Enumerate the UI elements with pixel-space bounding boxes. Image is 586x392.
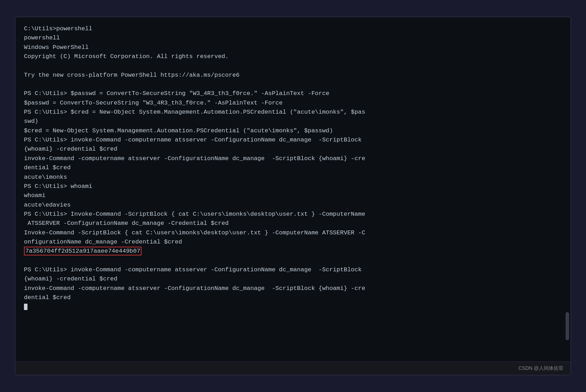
terminal-cursor	[24, 304, 27, 310]
line-1: C:\Utils>powershell powershell Windows P…	[24, 25, 365, 245]
bottom-bar: CSDN @人间体佐菲	[15, 361, 571, 375]
watermark-text: CSDN @人间体佐菲	[518, 365, 563, 372]
line-after-hash: PS C:\Utils> invoke-Command -computernam…	[24, 266, 365, 301]
scrollbar[interactable]	[566, 312, 569, 340]
terminal-output: C:\Utils>powershell powershell Windows P…	[24, 24, 562, 312]
hash-highlight: 7a356704ff2d512a917aaee74e449b07	[24, 247, 142, 255]
terminal-body[interactable]: C:\Utils>powershell powershell Windows P…	[15, 17, 571, 361]
terminal-window: C:\Utils>powershell powershell Windows P…	[15, 17, 571, 375]
